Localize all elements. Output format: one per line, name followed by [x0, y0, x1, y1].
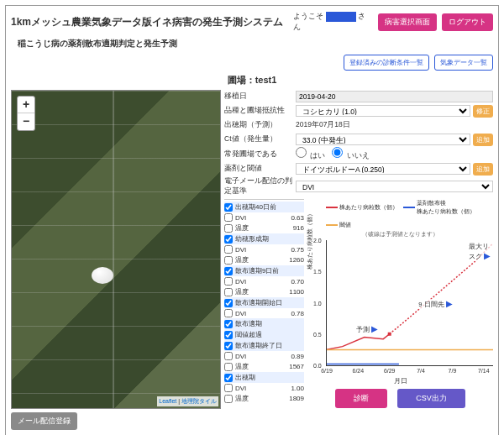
zoom-out-button[interactable]: − — [18, 113, 34, 130]
check-value: 916 — [282, 224, 304, 232]
welcome-text: ようこそ さん — [293, 11, 373, 33]
check-toggle[interactable] — [224, 320, 233, 328]
check-value: 1.00 — [282, 385, 304, 392]
check-row: 散布適期終了日 — [224, 340, 304, 351]
variety-select[interactable]: コシヒカリ (1.0) — [296, 105, 470, 117]
check-toggle[interactable] — [224, 224, 233, 233]
check-row: 散布適期 — [224, 318, 304, 329]
regular-no[interactable]: いいえ — [332, 147, 369, 161]
check-row: 温度1567 — [224, 361, 304, 372]
check-value: 1567 — [282, 363, 304, 370]
check-toggle[interactable] — [224, 256, 233, 265]
check-toggle[interactable] — [224, 235, 233, 244]
check-toggle[interactable] — [224, 267, 233, 275]
check-toggle[interactable] — [224, 384, 233, 392]
select-disease-button[interactable]: 病害選択画面 — [378, 13, 437, 31]
check-toggle[interactable] — [224, 352, 233, 360]
map-marker — [92, 267, 113, 284]
ct-select[interactable]: 33.0 (中発生) — [296, 134, 470, 145]
check-value: 1809 — [282, 395, 304, 402]
check-label: 温度 — [235, 394, 280, 403]
variety-edit-button[interactable]: 修正 — [473, 105, 493, 118]
field-heading: 圃場：test1 — [11, 74, 493, 86]
saved-conditions-button[interactable]: 登録済みの診断条件一覧 — [344, 55, 429, 71]
check-row: DVI0.78 — [224, 308, 304, 318]
check-value: 0.63 — [282, 214, 304, 222]
ct-add-button[interactable]: 追加 — [473, 134, 493, 146]
leaflet-link[interactable]: Leaflet — [159, 398, 176, 404]
user-badge — [326, 12, 356, 22]
check-toggle[interactable] — [224, 213, 233, 222]
check-label: 幼穂形成期 — [235, 234, 304, 244]
heading-value: 2019年07月18日 — [296, 120, 493, 130]
check-label: 温度 — [235, 223, 280, 233]
check-row: 散布適期9日前 — [224, 265, 304, 276]
check-row: 閾値超過 — [224, 329, 304, 340]
transplant-label: 移植日 — [224, 92, 293, 102]
map[interactable]: + − Leaflet | 地理院タイル — [11, 90, 221, 409]
check-label: 散布適期開始日 — [235, 298, 304, 307]
check-toggle[interactable] — [224, 331, 233, 339]
forecast-chart: 株あたり病粒数（個） 0.00.51.01.52.06/196/246/297/… — [326, 240, 493, 366]
ct-label: Ct値（発生量） — [224, 134, 293, 144]
check-toggle[interactable] — [224, 374, 233, 382]
check-value: 1260 — [282, 256, 304, 264]
zoom-in-button[interactable]: + — [18, 97, 34, 113]
check-label: 温度 — [235, 287, 280, 296]
mail-register-button[interactable]: メール配信登録 — [11, 412, 77, 430]
zoom-control: + − — [17, 96, 35, 131]
check-toggle[interactable] — [224, 395, 233, 403]
check-value: 0.89 — [282, 353, 304, 360]
check-row: 出穂期 — [224, 372, 304, 383]
check-label: DVI — [235, 353, 280, 360]
mail-select[interactable]: DVI — [296, 181, 493, 192]
check-value: 0.75 — [282, 246, 304, 254]
csv-button[interactable]: CSV出力 — [397, 389, 465, 408]
weather-list-button[interactable]: 気象データ一覧 — [434, 55, 493, 71]
check-toggle[interactable] — [224, 277, 233, 286]
tiles-link[interactable]: 地理院タイル — [181, 398, 217, 404]
regular-label: 常発圃場である — [224, 149, 293, 160]
check-row: DVI0.63 — [224, 212, 304, 223]
check-value: 0.70 — [282, 278, 304, 286]
chemical-label: 薬剤と閾値 — [224, 164, 293, 174]
check-row: DVI1.00 — [224, 383, 304, 393]
chemical-add-button[interactable]: 追加 — [473, 163, 493, 176]
check-row: DVI0.75 — [224, 244, 304, 254]
check-toggle[interactable] — [224, 288, 233, 296]
chemical-select[interactable]: ドイツボルドーA (0.250) — [296, 163, 470, 175]
check-label: 温度 — [235, 255, 280, 265]
check-row: 温度1260 — [224, 254, 304, 265]
check-label: 散布適期9日前 — [235, 266, 304, 275]
check-label: 閾値超過 — [235, 330, 304, 339]
check-label: DVI — [235, 310, 280, 317]
check-label: 散布適期 — [235, 319, 304, 328]
check-toggle[interactable] — [224, 203, 233, 212]
chart-note: （破線は予測値となります） — [307, 230, 493, 238]
check-toggle[interactable] — [224, 299, 233, 307]
check-row: DVI0.70 — [224, 276, 304, 286]
check-value: 1100 — [282, 288, 304, 296]
check-toggle[interactable] — [224, 363, 233, 371]
chart-annotation: 予測 ▶ — [355, 324, 379, 334]
transplant-input[interactable] — [296, 91, 493, 102]
check-label: 散布適期終了日 — [235, 341, 304, 350]
check-toggle[interactable] — [224, 309, 233, 317]
check-row: 温度1100 — [224, 286, 304, 297]
regular-yes[interactable]: はい — [296, 147, 325, 161]
check-label: 出穂期40日前 — [235, 202, 304, 212]
check-toggle[interactable] — [224, 245, 233, 254]
checkpoint-list: 出穂期40日前DVI0.63温度916幼穂形成期DVI0.75温度1260散布適… — [224, 199, 304, 408]
check-value: 0.78 — [282, 310, 304, 317]
map-attribution: Leaflet | 地理院タイル — [157, 396, 218, 406]
check-toggle[interactable] — [224, 342, 233, 350]
check-row: 温度1809 — [224, 393, 304, 404]
check-row: 散布適期開始日 — [224, 297, 304, 308]
logout-button[interactable]: ログアウト — [442, 13, 493, 31]
check-row: 温度916 — [224, 223, 304, 233]
check-label: 温度 — [235, 362, 280, 371]
diagnose-button[interactable]: 診断 — [335, 389, 387, 408]
app-title: 1kmメッシュ農業気象データ版イネ病害の発生予測システム — [11, 15, 283, 29]
chart-legend: 株あたり病粒数（個） 薬剤散布後 株あたり病粒数（個） 閾値 — [307, 199, 493, 229]
check-label: DVI — [235, 246, 280, 254]
